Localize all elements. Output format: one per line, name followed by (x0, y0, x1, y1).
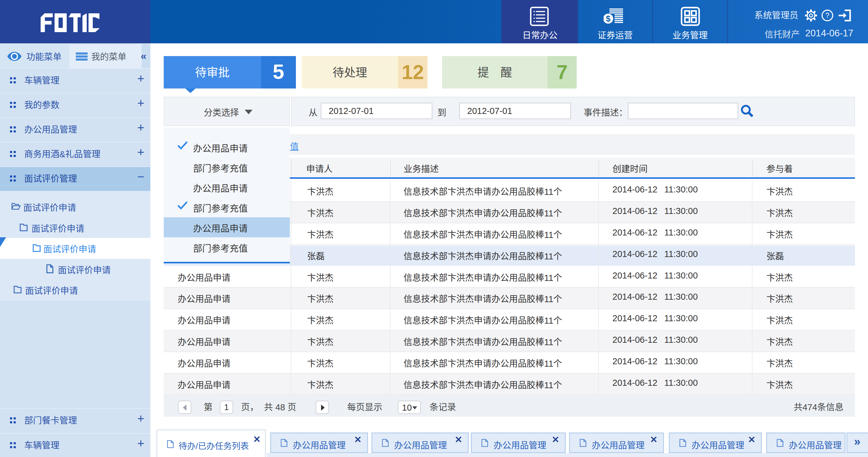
svg-text:?: ? (825, 11, 829, 20)
svg-text:$: $ (606, 14, 610, 23)
